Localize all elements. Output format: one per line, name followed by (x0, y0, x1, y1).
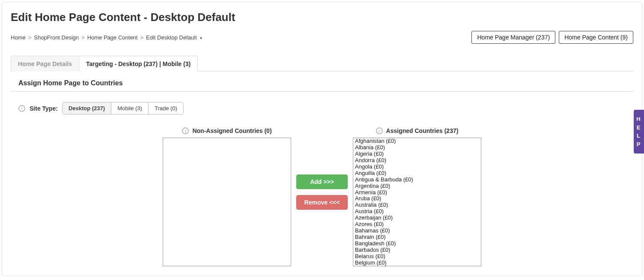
list-item[interactable]: Bahamas (£0) (353, 228, 481, 234)
site-type-label: Site Type: (30, 105, 58, 112)
home-page-content-button[interactable]: Home Page Content (9) (559, 31, 633, 44)
help-letter: P (637, 140, 641, 149)
info-icon[interactable]: i (182, 127, 189, 134)
home-page-manager-button[interactable]: Home Page Manager (237) (471, 31, 555, 44)
info-icon[interactable]: i (376, 127, 383, 134)
help-letter: H (636, 115, 641, 123)
breadcrumb-separator: > (140, 34, 143, 41)
page-title: Edit Home Page Content - Desktop Default (11, 11, 633, 24)
list-item[interactable]: Angola (£0) (353, 164, 481, 170)
list-item[interactable]: Belarus (£0) (353, 253, 481, 260)
non-assigned-countries-list[interactable] (163, 138, 291, 266)
list-item[interactable]: Azerbaijan (£0) (353, 215, 481, 221)
list-item[interactable]: Aruba (£0) (353, 196, 481, 202)
list-item[interactable]: Andorra (£0) (353, 157, 481, 164)
info-icon[interactable]: i (18, 105, 25, 112)
list-item[interactable]: Barbados (£0) (353, 247, 481, 253)
help-tab-button[interactable]: H E L P (634, 110, 644, 154)
list-item[interactable]: Afghanistan (£0) (353, 138, 481, 145)
section-title-assign-countries: Assign Home Page to Countries (11, 79, 633, 92)
tab-home-page-details[interactable]: Home Page Details (11, 56, 79, 72)
list-item[interactable]: Bahrain (£0) (353, 234, 481, 241)
list-item[interactable]: Azores (£0) (353, 221, 481, 228)
help-letter: E (637, 123, 641, 132)
breadcrumb-separator: > (81, 34, 85, 41)
breadcrumb-shopfront[interactable]: ShopFront Design (34, 34, 79, 41)
breadcrumb-separator: > (28, 34, 32, 41)
assigned-countries-list[interactable]: Afghanistan (£0)Albania (£0)Algeria (£0)… (353, 138, 481, 266)
list-item[interactable]: Bangladesh (£0) (353, 241, 481, 247)
remove-button[interactable]: Remove <<< (296, 195, 348, 210)
tab-bar: Home Page Details Targeting - Desktop (2… (11, 56, 633, 72)
list-item[interactable]: Anguilla (£0) (353, 170, 481, 177)
assigned-countries-label: Assigned Countries (237) (386, 127, 459, 134)
site-type-trade-button[interactable]: Trade (0) (149, 102, 183, 114)
chevron-down-icon: ▾ (200, 36, 202, 40)
list-item[interactable]: Antigua & Barbuda (£0) (353, 177, 481, 183)
add-button[interactable]: Add >>> (296, 175, 348, 189)
breadcrumb-edit-desktop-label: Edit Desktop Default (146, 34, 197, 41)
list-item[interactable]: Algeria (£0) (353, 151, 481, 157)
breadcrumb: Home > ShopFront Design > Home Page Cont… (11, 34, 202, 41)
breadcrumb-homepage-content[interactable]: Home Page Content (87, 34, 138, 41)
non-assigned-countries-label: Non-Assigned Countries (0) (192, 127, 271, 134)
breadcrumb-home[interactable]: Home (11, 34, 26, 41)
list-item[interactable]: Albania (£0) (353, 145, 481, 151)
list-item[interactable]: Argentina (£0) (353, 183, 481, 190)
breadcrumb-edit-desktop[interactable]: Edit Desktop Default ▾ (146, 34, 202, 41)
site-type-segmented: Desktop (237) Mobile (3) Trade (0) (62, 102, 184, 114)
help-letter: L (637, 132, 641, 140)
site-type-mobile-button[interactable]: Mobile (3) (111, 102, 149, 114)
site-type-desktop-button[interactable]: Desktop (237) (63, 102, 111, 114)
list-item[interactable]: Australia (£0) (353, 202, 481, 208)
tab-targeting[interactable]: Targeting - Desktop (237) | Mobile (3) (79, 56, 198, 72)
list-item[interactable]: Armenia (£0) (353, 190, 481, 196)
list-item[interactable]: Belgium (£0) (353, 260, 481, 266)
list-item[interactable]: Austria (£0) (353, 208, 481, 215)
